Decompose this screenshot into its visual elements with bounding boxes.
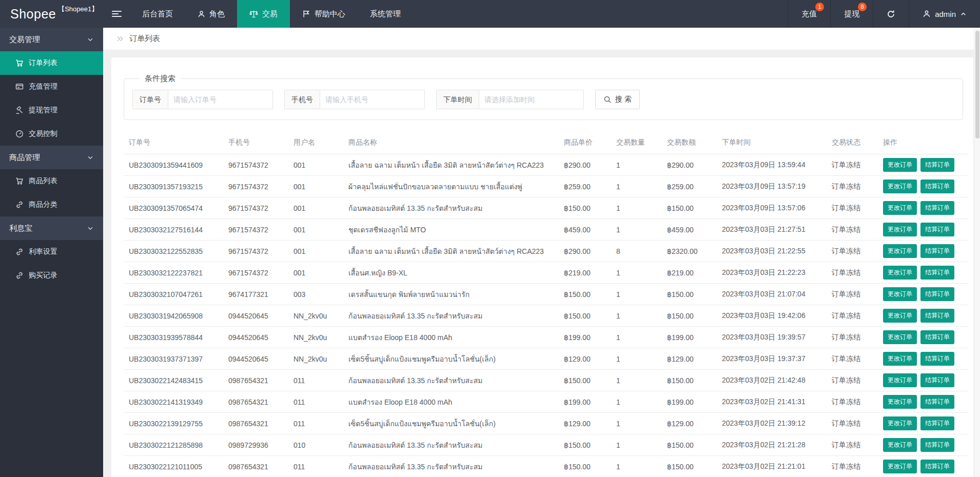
- search-row: 订单号手机号下单时间搜 索: [132, 90, 954, 109]
- cell-actions: 更改订单结算订单: [878, 154, 968, 176]
- modify-order-button[interactable]: 更改订单: [883, 373, 917, 387]
- cell-status: 订单冻结: [827, 154, 878, 176]
- modify-order-button[interactable]: 更改订单: [883, 244, 917, 258]
- settle-order-button[interactable]: 结算订单: [920, 223, 954, 236]
- modify-order-button[interactable]: 更改订单: [883, 352, 917, 366]
- modify-order-button[interactable]: 更改订单: [883, 158, 917, 172]
- settle-order-button[interactable]: 结算订单: [920, 309, 954, 323]
- search-field-3: 下单时间: [436, 90, 584, 109]
- modify-order-button[interactable]: 更改订单: [883, 460, 917, 473]
- settle-order-button[interactable]: 结算订单: [920, 416, 954, 430]
- cell-phone: 9671574372: [223, 219, 288, 241]
- settle-order-button[interactable]: 结算订单: [920, 180, 954, 193]
- modify-order-button[interactable]: 更改订单: [883, 287, 917, 301]
- sidebar-item-link[interactable]: 提现管理: [0, 98, 103, 122]
- modify-order-button[interactable]: 更改订单: [883, 266, 917, 280]
- breadcrumb: 订单列表: [103, 28, 980, 50]
- cell-qty: 1: [611, 348, 662, 370]
- top-header: Shopee 【Shopee1】 后台首页角色交易帮助中心系统管理 充值1提现8…: [0, 0, 980, 28]
- gavel-icon: [15, 106, 24, 114]
- cell-price: ฿199.00: [559, 391, 611, 413]
- settle-order-button[interactable]: 结算订单: [920, 438, 954, 452]
- nav-tab-3[interactable]: 交易: [237, 0, 290, 28]
- cell-amount: ฿150.00: [662, 370, 717, 391]
- sidebar-item-link[interactable]: 购买记录: [0, 264, 103, 287]
- nav-tab-1[interactable]: 后台首页: [130, 0, 185, 28]
- header-action-2[interactable]: 提现8: [830, 0, 873, 28]
- orders-table-wrap: 订单号手机号用户名商品名称商品单价交易数量交易数额下单时间交易状态操作 UB23…: [124, 131, 968, 477]
- sidebar-group-2[interactable]: 商品管理: [0, 146, 103, 169]
- cell-phone: 9671574372: [223, 262, 288, 284]
- modify-order-button[interactable]: 更改订单: [883, 395, 917, 409]
- modify-order-button[interactable]: 更改订单: [883, 201, 917, 215]
- cell-order-no: UB2303032127516144: [124, 219, 223, 241]
- settle-order-button[interactable]: 结算订单: [920, 201, 954, 215]
- sidebar-item-link[interactable]: 交易控制: [0, 122, 103, 146]
- nav-tab-2[interactable]: 角色: [185, 0, 237, 28]
- cart-icon: [15, 59, 24, 67]
- modify-order-button[interactable]: 更改订单: [883, 223, 917, 236]
- table-row: UB23030913570654749671574372001ก้อนพลอยอ…: [124, 197, 968, 219]
- search-input-3[interactable]: [479, 90, 584, 109]
- search-input-1[interactable]: [168, 90, 273, 109]
- cell-phone: 0987654321: [223, 456, 288, 477]
- modify-order-button[interactable]: 更改订单: [883, 438, 917, 452]
- sidebar-item-label: 利率设置: [29, 247, 57, 256]
- refresh-button[interactable]: [873, 0, 909, 28]
- cell-amount: ฿150.00: [662, 197, 717, 219]
- cart-icon: [15, 177, 24, 185]
- cell-phone: 9671574372: [223, 197, 288, 219]
- settle-order-button[interactable]: 结算订单: [920, 330, 954, 344]
- settle-order-button[interactable]: 结算订单: [920, 287, 954, 301]
- sidebar-item-label: 交易控制: [29, 129, 57, 138]
- page-title: 订单列表: [129, 34, 160, 44]
- settle-order-button[interactable]: 结算订单: [920, 266, 954, 280]
- cell-status: 订单冻结: [827, 284, 878, 305]
- settle-order-button[interactable]: 结算订单: [920, 244, 954, 258]
- search-input-2[interactable]: [320, 90, 425, 109]
- cell-qty: 1: [611, 391, 662, 413]
- settle-order-button[interactable]: 结算订单: [920, 373, 954, 387]
- sidebar-item-active[interactable]: 订单列表: [0, 51, 103, 75]
- sidebar-item-link[interactable]: 商品分类: [0, 193, 103, 216]
- cell-actions: 更改订单结算订单: [878, 413, 968, 434]
- table-row: UB23030321070472619674177321003เดรสสั้นแ…: [124, 284, 968, 305]
- modify-order-button[interactable]: 更改订单: [883, 416, 917, 430]
- vertical-scrollbar[interactable]: [974, 28, 980, 477]
- column-header: 操作: [878, 131, 968, 154]
- double-chevron-icon: [116, 35, 124, 43]
- search-field-label: 手机号: [284, 90, 320, 109]
- modify-order-button[interactable]: 更改订单: [883, 330, 917, 344]
- sidebar-item-link[interactable]: 充值管理: [0, 75, 103, 98]
- cell-time: 2023年03月03日 21:07:04: [717, 284, 827, 305]
- column-header: 手机号: [223, 131, 288, 154]
- sidebar-item-link[interactable]: 利率设置: [0, 240, 103, 264]
- cell-username: 011: [288, 391, 343, 413]
- cell-price: ฿150.00: [559, 197, 611, 219]
- cell-amount: ฿2320.00: [662, 241, 717, 262]
- scrollbar-thumb[interactable]: [975, 31, 979, 138]
- cell-product: ผ้าคลุมไหล่แฟชั่นปักขอบลวดลายตามแบบ ชายเ…: [343, 176, 559, 197]
- sidebar-group-1[interactable]: 交易管理: [0, 28, 103, 51]
- nav-tab-4[interactable]: 帮助中心: [290, 0, 358, 28]
- sidebar-toggle-button[interactable]: [103, 0, 130, 28]
- cell-phone: 0989729936: [223, 434, 288, 456]
- cell-product: เสื้อนศ.หญิง B9-XL: [343, 262, 559, 284]
- cell-qty: 1: [611, 154, 662, 176]
- link-icon: [15, 248, 24, 256]
- user-menu[interactable]: admin: [909, 0, 980, 28]
- nav-tab-5[interactable]: 系统管理: [358, 0, 413, 28]
- modify-order-button[interactable]: 更改订单: [883, 180, 917, 193]
- settle-order-button[interactable]: 结算订单: [920, 352, 954, 366]
- person-icon: [198, 10, 205, 18]
- sidebar-item-link[interactable]: 商品列表: [0, 169, 103, 193]
- sidebar-group-3[interactable]: 利息宝: [0, 216, 103, 240]
- settle-order-button[interactable]: 结算订单: [920, 460, 954, 473]
- settle-order-button[interactable]: 结算订单: [920, 395, 954, 409]
- search-button[interactable]: 搜 索: [595, 90, 640, 109]
- settle-order-button[interactable]: 结算订单: [920, 158, 954, 172]
- header-action-1[interactable]: 充值1: [788, 0, 830, 28]
- modify-order-button[interactable]: 更改订单: [883, 309, 917, 323]
- cell-product: เซ็ต5ชิ้นสบู่เด็กแป้งแชมพูครีมอาบน้ำโลชั…: [343, 348, 559, 370]
- column-header: 交易状态: [827, 131, 878, 154]
